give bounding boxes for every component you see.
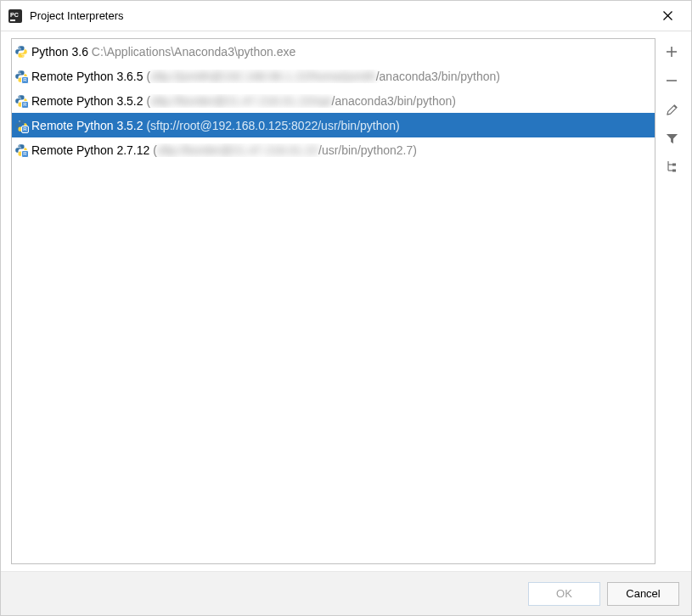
interpreter-item[interactable]: RRemote Python 3.5.2 (sftp://border@21.4…	[12, 88, 655, 113]
svg-point-5	[19, 47, 20, 48]
content-area: Python 3.6 C:\Applications\Anaconda3\pyt…	[1, 31, 691, 571]
remote-badge-icon: R	[21, 126, 29, 133]
footer: OK Cancel	[1, 571, 691, 615]
svg-point-9	[19, 96, 20, 97]
interpreter-name: Remote Python 3.6.5	[31, 70, 146, 83]
interpreter-item[interactable]: RRemote Python 2.7.12 (sftp://border@21.…	[12, 137, 655, 162]
svg-text:PC: PC	[10, 12, 19, 18]
pycharm-icon: PC	[8, 8, 23, 24]
interpreter-path-blurred: sftp://border@21.47.216.01.22/opt	[150, 94, 331, 108]
python-icon: R	[14, 119, 28, 132]
cancel-button[interactable]: Cancel	[607, 582, 679, 606]
svg-point-6	[22, 55, 23, 56]
svg-rect-22	[672, 170, 676, 172]
interpreter-path-suffix: /anaconda3/bin/python)	[332, 94, 456, 108]
python-icon	[14, 45, 28, 59]
interpreter-item[interactable]: RRemote Python 3.5.2 (sftp://root@192.16…	[12, 113, 655, 137]
interpreter-text: Remote Python 2.7.12 (sftp://border@21.4…	[31, 143, 417, 157]
svg-point-7	[19, 71, 20, 72]
remote-badge-icon: R	[21, 101, 29, 109]
show-paths-button[interactable]	[661, 157, 682, 177]
interpreter-path-suffix: /anaconda3/bin/python)	[376, 70, 500, 83]
close-button[interactable]	[650, 3, 684, 29]
titlebar: PC Project Interpreters	[1, 1, 691, 31]
remote-badge-icon: R	[21, 76, 29, 84]
python-icon: R	[14, 143, 28, 157]
interpreter-text: Python 3.6 C:\Applications\Anaconda3\pyt…	[31, 45, 295, 59]
svg-rect-20	[672, 164, 676, 166]
remote-badge-icon: R	[21, 150, 29, 158]
interpreter-text: Remote Python 3.6.5 (sftp://jsmith@192.1…	[31, 70, 500, 83]
interpreter-name: Remote Python 2.7.12	[31, 143, 153, 157]
add-button[interactable]	[661, 42, 682, 62]
svg-rect-2	[10, 20, 15, 21]
svg-point-11	[19, 120, 20, 121]
interpreter-text: Remote Python 3.5.2 (sftp://border@21.47…	[31, 94, 456, 108]
toolbar	[661, 38, 683, 564]
interpreter-item[interactable]: RRemote Python 3.6.5 (sftp://jsmith@192.…	[12, 64, 655, 88]
python-icon: R	[14, 94, 28, 108]
interpreter-path-suffix: /usr/bin/python2.7)	[318, 143, 417, 157]
edit-button[interactable]	[661, 99, 682, 120]
remove-button[interactable]	[661, 70, 682, 91]
interpreter-name: Remote Python 3.5.2	[31, 119, 146, 132]
ok-button[interactable]: OK	[528, 582, 600, 606]
interpreter-path-blurred: sftp://jsmith@192.168.96.1.22/home/jsmit…	[150, 70, 376, 83]
interpreter-path-blurred: sftp://border@21.47.216.01.22	[157, 143, 318, 157]
interpreter-text: Remote Python 3.5.2 (sftp://root@192.168…	[31, 119, 400, 132]
interpreter-path: (sftp://root@192.168.0.125:8022/usr/bin/…	[146, 119, 399, 132]
interpreter-name: Remote Python 3.5.2	[31, 94, 146, 108]
window-title: Project Interpreters	[30, 9, 650, 22]
interpreter-path: C:\Applications\Anaconda3\python.exe	[92, 45, 296, 59]
interpreter-item[interactable]: Python 3.6 C:\Applications\Anaconda3\pyt…	[12, 39, 655, 64]
svg-point-13	[19, 145, 20, 146]
interpreter-list[interactable]: Python 3.6 C:\Applications\Anaconda3\pyt…	[11, 38, 655, 564]
filter-button[interactable]	[661, 128, 682, 148]
interpreter-name: Python 3.6	[31, 45, 92, 59]
python-icon: R	[14, 70, 28, 83]
